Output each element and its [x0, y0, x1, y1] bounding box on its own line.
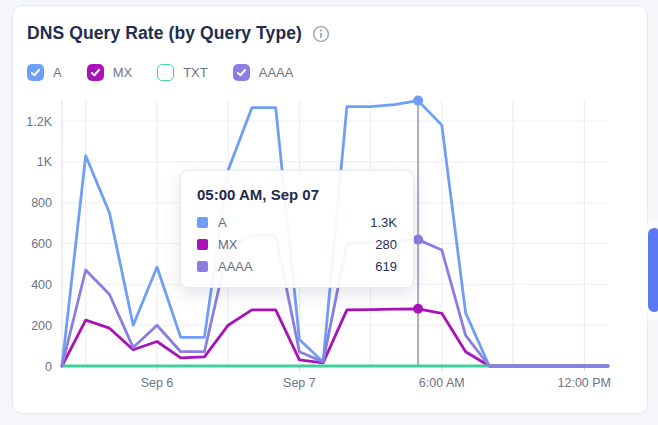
x-axis-label: Sep 7 — [283, 376, 316, 390]
hover-dot-a — [413, 96, 423, 106]
y-axis-label: 600 — [31, 237, 52, 251]
y-axis-label: 400 — [31, 278, 52, 292]
page-background: DNS Query Rate (by Query Type) A — [0, 0, 658, 425]
hover-dot-aaaa — [413, 235, 423, 245]
tooltip-series-value: 1.3K — [370, 215, 397, 230]
x-axis-label: Sep 6 — [141, 376, 174, 390]
tooltip-series-label: AAAA — [218, 259, 375, 274]
tooltip-row-mx: MX 280 — [197, 237, 397, 252]
hover-dot-mx — [413, 304, 423, 314]
tooltip-series-value: 280 — [375, 237, 397, 252]
series-a-swatch — [197, 217, 208, 228]
tooltip-series-label: MX — [218, 237, 375, 252]
tooltip-timestamp: 05:00 AM, Sep 07 — [197, 186, 397, 203]
y-axis-label: 1.2K — [26, 115, 52, 129]
series-mx-swatch — [197, 239, 208, 250]
y-axis-label: 0 — [45, 360, 52, 374]
x-axis-label: 6:00 AM — [419, 376, 465, 390]
tooltip-series-value: 619 — [375, 259, 397, 274]
tooltip-row-aaaa: AAAA 619 — [197, 259, 397, 274]
y-axis-label: 800 — [31, 196, 52, 210]
y-axis-label: 1K — [37, 155, 53, 169]
tooltip-series-label: A — [218, 215, 370, 230]
scrollbar-thumb[interactable] — [648, 228, 658, 312]
y-axis-label: 200 — [31, 319, 52, 333]
x-axis-label: 12:00 PM — [558, 376, 612, 390]
tooltip-row-a: A 1.3K — [197, 215, 397, 230]
chart-tooltip: 05:00 AM, Sep 07 A 1.3K MX 280 AAAA 619 — [180, 170, 414, 288]
series-aaaa-swatch — [197, 261, 208, 272]
